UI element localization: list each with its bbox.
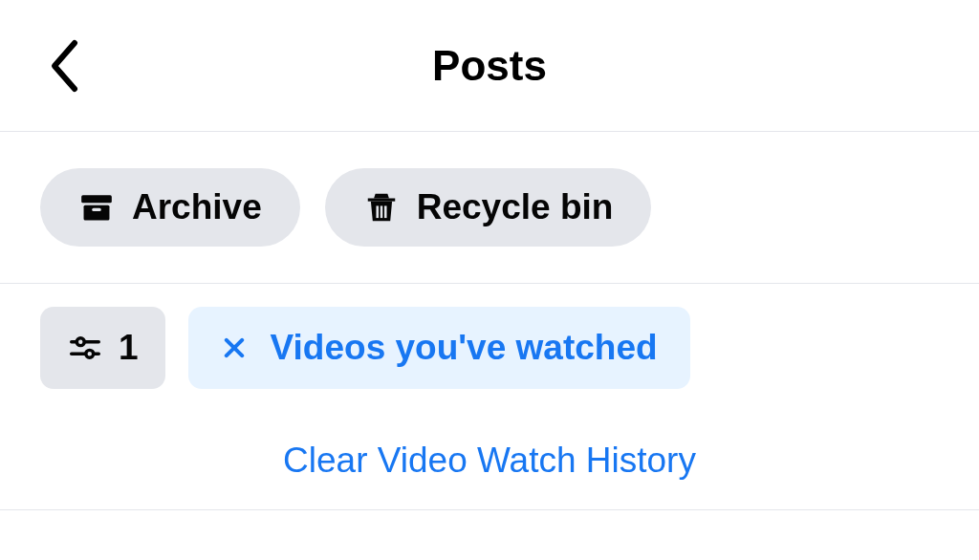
svg-rect-4 xyxy=(380,205,382,218)
filter-count-button[interactable]: 1 xyxy=(40,307,165,389)
filter-section: 1 Videos you've watched xyxy=(0,284,979,412)
clear-history-link[interactable]: Clear Video Watch History xyxy=(0,412,979,500)
svg-point-7 xyxy=(76,338,84,346)
svg-rect-1 xyxy=(84,205,110,221)
svg-rect-0 xyxy=(81,195,112,203)
chevron-left-icon xyxy=(46,37,80,95)
svg-point-9 xyxy=(86,350,94,357)
svg-rect-5 xyxy=(384,205,387,218)
archive-label: Archive xyxy=(132,187,262,227)
close-icon xyxy=(221,334,248,361)
page-title: Posts xyxy=(0,42,979,90)
filter-chip[interactable]: Videos you've watched xyxy=(188,307,690,389)
recycle-bin-label: Recycle bin xyxy=(417,187,614,227)
recycle-bin-button[interactable]: Recycle bin xyxy=(325,168,652,247)
actions-section: Archive Recycle bin xyxy=(0,132,979,284)
divider xyxy=(0,509,979,510)
filter-chip-label: Videos you've watched xyxy=(271,328,658,368)
header: Posts xyxy=(0,0,979,132)
archive-icon xyxy=(78,189,115,226)
archive-button[interactable]: Archive xyxy=(40,168,300,247)
back-button[interactable] xyxy=(46,37,80,95)
svg-rect-3 xyxy=(376,205,379,218)
filter-sliders-icon xyxy=(67,330,103,366)
trash-icon xyxy=(363,189,400,226)
svg-rect-2 xyxy=(92,208,101,211)
filter-count-value: 1 xyxy=(119,328,139,368)
